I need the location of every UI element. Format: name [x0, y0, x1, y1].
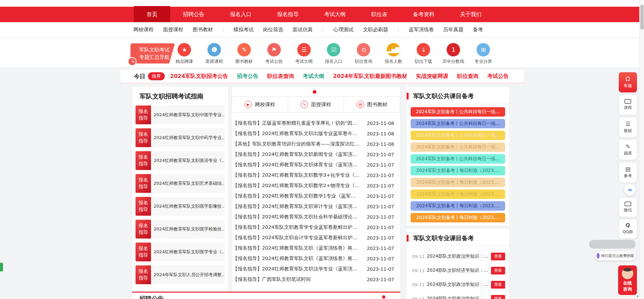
- news-tab[interactable]: ▤ 图书教材: [344, 96, 400, 113]
- prep-button[interactable]: 2024军队文职备考丨每日时政（2023....: [411, 166, 505, 175]
- main-nav-item[interactable]: 报名指导: [264, 7, 311, 22]
- sub-nav-item[interactable]: |: [322, 22, 324, 37]
- sub-nav-item[interactable]: 历年真题: [443, 22, 463, 37]
- news-row[interactable]: 【报名指导】2024红师教育军队文职《蓝军演练卷》将于明日预... 2023-1…: [233, 253, 394, 264]
- main-nav-item[interactable]: 考试大纲: [311, 7, 358, 22]
- sub-nav-item[interactable]: 文职必刷题: [363, 22, 388, 37]
- sub-nav-item[interactable]: 岗位筛选: [263, 22, 283, 37]
- today-link[interactable]: 职位查询: [457, 73, 479, 80]
- main-nav-item[interactable]: 招聘公告: [170, 7, 217, 22]
- guide-item[interactable]: 报名指导 2024年军队文职人员公开招考调整...: [136, 265, 225, 284]
- guide-item[interactable]: 报名指导 2024红师教育军队文职英语专业《...: [136, 151, 225, 170]
- online-consult-button[interactable]: 在线 咨询: [618, 265, 637, 295]
- today-link[interactable]: 考试公告: [487, 73, 509, 80]
- prep-button[interactable]: 2024军队文职备考丨每日时政（2023....: [411, 178, 505, 187]
- sidebar-item-weixin[interactable]: ‥ 微信: [619, 198, 637, 217]
- news-row[interactable]: 【报名指导】正版蓝军卷附赠孔雀蓝专享厚礼！切勿“因盗失良... 2023-11-…: [233, 118, 394, 128]
- major-prep-row[interactable]: 09-11 2024部队文职经济学知识：... 查看: [412, 265, 505, 276]
- quick-nav-item[interactable]: ☻ 面授课程: [200, 43, 229, 65]
- page-scrollbar[interactable]: [639, 0, 644, 299]
- floating-translate-icon[interactable]: ≈: [624, 184, 636, 196]
- today-link[interactable]: 职位表查询: [267, 73, 294, 80]
- news-row[interactable]: 【其他】军队文职教育培训行业的领军者——深度探访红师教育 2023-11-08: [233, 139, 394, 149]
- news-tab[interactable]: ▶ 网校课程: [232, 96, 288, 113]
- sub-nav-item[interactable]: 面试仿真: [293, 22, 313, 37]
- today-link[interactable]: 招考公告: [237, 73, 259, 80]
- news-row[interactable]: 【报名指导】2024红师教育军队文职数学2+物理专业《蓝军演... 2023-1…: [233, 180, 394, 191]
- today-link[interactable]: 2024军队文职招考公告: [170, 73, 228, 80]
- major-prep-row[interactable]: 09-11 2024部队文职政治学知识：... 查看: [412, 293, 505, 299]
- view-button[interactable]: 查看: [491, 295, 505, 299]
- quick-nav-item[interactable]: ⊞ 专业分类: [469, 43, 498, 65]
- main-nav-item[interactable]: 报名入口: [217, 7, 264, 22]
- major-prep-row[interactable]: 09-11 2024部队文职政治学知识：... 查看: [412, 279, 505, 290]
- carousel-dot-icon[interactable]: [313, 90, 316, 94]
- news-row[interactable]: 【报名指导】2024红师教育军队文职法学专业《蓝军演练卷》将... 2023-1…: [233, 264, 394, 274]
- sidebar-item-kefu[interactable]: Ω 客服: [619, 72, 637, 92]
- prep-button[interactable]: 2024军队文职备考丨每日时政（2023....: [411, 189, 505, 199]
- sub-nav-item[interactable]: 心理测试: [333, 22, 353, 37]
- news-row[interactable]: 【报名指导】2024红师教育军队文职数学3+化学专业《蓝军演... 2023-1…: [233, 170, 394, 180]
- sub-nav-item[interactable]: 网校课程: [134, 22, 154, 37]
- news-row[interactable]: 【报名指导】2024红师教育军队文职审计专业《蓝军演练卷》将... 2023-1…: [233, 201, 394, 212]
- today-link[interactable]: 实战突破网课: [416, 73, 448, 80]
- today-link[interactable]: 2024年军队文职最新图书教材: [333, 73, 408, 80]
- prep-button[interactable]: 2024军队文职备考丨公共科目每日一练...: [411, 107, 505, 117]
- guide-item[interactable]: 报名指导 2024红师教育军队文职中药学专业...: [136, 128, 225, 147]
- sub-nav-item[interactable]: 图书教材: [193, 22, 213, 37]
- guide-item[interactable]: 报名指导 2024红师教育军队文职医学专业《...: [136, 243, 225, 261]
- news-row[interactable]: 【报名指导】2024军队文职教育学专业蓝军卷新鲜出炉，11月8... 2023-…: [233, 222, 394, 232]
- view-button[interactable]: 查看: [491, 267, 505, 274]
- main-nav-item[interactable]: 备考资料: [400, 7, 447, 22]
- quick-nav-item[interactable]: ★ 精品网课: [170, 43, 199, 65]
- news-tab[interactable]: ✎ 面授课程: [288, 96, 344, 113]
- collapse-caret-icon[interactable]: ▾: [637, 294, 639, 299]
- quick-nav-item[interactable]: ☑ 报名入口: [319, 43, 348, 65]
- news-row[interactable]: 【报名指导】2024军队文职会计学专业蓝军卷新鲜出炉，11月8... 2023-…: [233, 232, 394, 243]
- carousel-dot-icon[interactable]: [382, 295, 385, 299]
- news-row[interactable]: 【报名指导】2024红师教育军队文职体育专业《蓝军演练卷》将... 2023-1…: [233, 160, 394, 170]
- chat-question-toast[interactable]: … 你们是怎么收费的呢: [595, 251, 636, 260]
- main-nav-item[interactable]: 职位表: [358, 7, 400, 22]
- guide-item[interactable]: 报名指导 2024红师教育军队文职医学检验技...: [136, 220, 225, 239]
- prep-button[interactable]: 2024军队文职备考丨公共科目每日一练...: [411, 131, 505, 140]
- news-row[interactable]: 【报名指导】2024红师教育军队文职新闻专业《蓝军演练卷》将... 2023-1…: [233, 149, 394, 160]
- prep-button[interactable]: 2024军队文职备考丨每日时政（2023....: [411, 213, 505, 222]
- news-row[interactable]: 【报名指导】2024红师教育军队文职出版专业蓝军卷今日预售，... 2023-1…: [233, 128, 394, 139]
- major-prep-row[interactable]: 09-11 2024部队文职政治学知识：... 查看: [412, 251, 505, 262]
- sidebar-item-tiku[interactable]: ✎ 题库: [619, 140, 637, 160]
- quick-nav-item[interactable]: ⊙ 职位查询: [349, 43, 378, 65]
- news-row[interactable]: 【报名指导】2024红师教育军队文职社会科学基础理论专业《蓝... 2023-1…: [233, 212, 394, 222]
- sub-nav-item[interactable]: |: [222, 22, 224, 37]
- sub-nav-item[interactable]: 模拟考试: [233, 22, 254, 37]
- quick-nav-item[interactable]: 1 历年分数线: [439, 43, 468, 65]
- view-button[interactable]: 查看: [491, 281, 505, 289]
- topic-ribbon[interactable]: 军队文职考试 专题汇总导航: [130, 43, 175, 63]
- quick-nav-item[interactable]: ↓ 职位下载: [409, 43, 438, 65]
- left-edge-green-tab[interactable]: [0, 263, 3, 271]
- prep-button[interactable]: 2024军队文职备考丨公共科目每日一练...: [411, 154, 505, 164]
- quick-nav-item[interactable]: ⚑ 考试公告: [260, 43, 289, 65]
- prep-button[interactable]: 2024军队文职备考丨公共科目每日一练...: [411, 119, 505, 128]
- guide-item[interactable]: 报名指导 2024红师教育军队文职中医学专业...: [136, 105, 225, 124]
- sidebar-item-kecheng[interactable]: … 课程: [619, 95, 637, 115]
- sub-nav-item[interactable]: 蓝军演练卷: [409, 22, 434, 37]
- news-row[interactable]: 【报名指导】广西军队文职笔试时间 2023-11-07: [233, 274, 394, 285]
- sidebar-item-cankao[interactable]: ▤ 参考: [619, 162, 637, 182]
- scrollbar-thumb[interactable]: [640, 5, 644, 30]
- main-nav-item[interactable]: 关于我们: [447, 7, 494, 22]
- sub-nav-item[interactable]: 面授课程: [163, 22, 183, 37]
- main-nav-item[interactable]: 首页: [134, 6, 170, 23]
- quick-nav-item[interactable]: ✎ 图书教材: [230, 43, 259, 65]
- guide-item[interactable]: 报名指导 2024红师教育军队文职艺术基础综...: [136, 174, 225, 193]
- prep-button[interactable]: 2024军队文职备考丨每日时政（2023....: [411, 201, 505, 211]
- sidebar-item-qq[interactable]: Q QQ群: [619, 219, 637, 239]
- prep-button[interactable]: 2024军队文职备考丨公共科目每日一练...: [411, 142, 505, 152]
- sub-nav-item[interactable]: 备考: [473, 22, 483, 37]
- sidebar-item-jiaocai[interactable]: ☰ 教材: [619, 117, 637, 137]
- view-button[interactable]: 查看: [491, 253, 505, 260]
- quick-nav-item[interactable]: ☰ 考试大纲: [290, 43, 318, 65]
- today-link[interactable]: 考试大纲: [303, 73, 325, 80]
- news-row[interactable]: 【报名指导】2024红师教育军队文职数学1专业《蓝军演练卷》... 2023-1…: [233, 191, 394, 201]
- sub-nav-item[interactable]: |: [397, 22, 399, 37]
